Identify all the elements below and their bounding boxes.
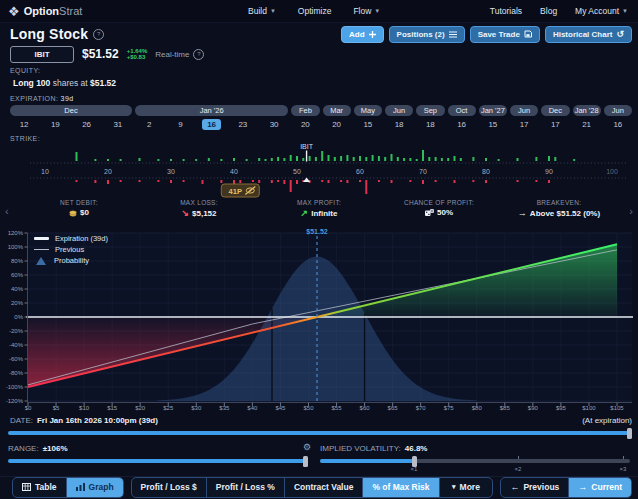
historical-chart-button[interactable]: Historical Chart↺ [545,26,632,43]
toolbar-button-more[interactable]: ▾More [439,478,493,497]
realtime-help-icon[interactable]: ? [193,49,204,60]
expiration-month[interactable]: Feb [291,105,319,116]
expiration-date[interactable]: 30 [260,118,288,130]
stat-chance-of-profit: CHANCE OF PROFIT:50% [379,199,499,225]
toolbar-button-table[interactable]: Table [13,478,66,497]
expiration-dates: 12192631291623302020151818161517172116 [10,118,632,130]
expiration-month[interactable]: Jan '27 [479,105,507,116]
help-icon[interactable]: ? [93,29,104,40]
expiration-date-selected[interactable]: 16 [198,118,226,130]
expiration-month[interactable]: May [354,105,382,116]
expiration-date[interactable]: 15 [479,118,507,130]
toolbar-button-graph[interactable]: Graph [66,478,123,497]
nav-item-blog[interactable]: Blog [540,6,557,16]
expiration-date[interactable]: 31 [104,118,132,130]
expiration-month[interactable]: Jan '26 [135,105,288,116]
expiration-date[interactable]: 26 [73,118,101,130]
stat-value: $0 [19,208,139,217]
iv-tick-x2: ×2 [510,466,526,472]
add-button[interactable]: Add [341,26,384,43]
toolbar-group-1: Profit / Loss $Profit / Loss %Contract V… [131,477,494,498]
range-slider-thumb[interactable] [303,456,308,467]
range-value: ±106% [43,444,68,453]
date-value: Fri Jan 16th 2026 10:00pm (39d) [37,416,158,425]
optionstrat-logo-icon: ❖ [8,5,20,18]
iv-slider-thumb[interactable] [412,456,417,467]
expiration-date[interactable]: 17 [510,118,538,130]
expiration-date[interactable]: 18 [416,118,444,130]
expiration-date[interactable]: 20 [323,118,351,130]
expiration-month[interactable]: Jan '28 [573,105,601,116]
expiration-date[interactable]: 23 [229,118,257,130]
svg-text:80: 80 [482,168,490,175]
save-trade-button[interactable]: Save Trade [470,26,540,43]
expiration-date[interactable]: 16 [604,118,632,130]
expiration-month[interactable]: Dec [10,105,132,116]
toolbar-button-profit-loss[interactable]: Profit / Loss % [206,478,284,497]
expiration-date[interactable]: 19 [41,118,69,130]
stats-prev-chevron-icon[interactable]: ‹ [5,205,9,217]
brand-name-bold: Option [24,5,59,17]
toolbar-group-2: ←Previous→Current [500,477,632,498]
current-price-label: $51.52 [295,228,339,235]
expiration-date[interactable]: 20 [291,118,319,130]
strike-ladder[interactable]: 102030405060708090100IBIT41P [0,141,638,201]
expiration-month[interactable]: Jun [604,105,632,116]
toolbar-button-previous[interactable]: ←Previous [501,478,568,497]
expiration-month[interactable]: Mar [323,105,351,116]
expiration-month[interactable]: Dec [541,105,569,116]
expiration-date[interactable]: 15 [354,118,382,130]
sliders-row: ×1 ×2 ×3 [0,459,638,477]
expiration-date[interactable]: 18 [385,118,413,130]
expiration-date[interactable]: 21 [573,118,601,130]
graph-icon [76,483,85,491]
toolbar-button-profit-loss[interactable]: Profit / Loss $ [132,478,206,497]
svg-text:100: 100 [606,168,618,175]
x-tick: $95 [547,405,575,411]
toolbar-button-of-max-risk[interactable]: % of Max Risk [362,478,438,497]
chevron-down-icon: ▼ [622,8,628,14]
svg-text:20: 20 [104,168,112,175]
payoff-chart: Expiration (39d)PreviousProbability $51.… [0,228,638,412]
y-tick: 60% [0,272,23,278]
nav-item-optimize[interactable]: Optimize [298,6,332,16]
expiration-date[interactable]: 16 [448,118,476,130]
nav-item-build[interactable]: Build▼ [248,6,276,16]
expiration-month[interactable]: Sep [416,105,444,116]
date-slider[interactable] [8,431,632,435]
gear-icon[interactable]: ⚙ [303,442,311,452]
expiration-date[interactable]: 9 [166,118,194,130]
expiration-date[interactable]: 12 [10,118,38,130]
expiration-date[interactable]: 2 [135,118,163,130]
svg-text:70: 70 [419,168,427,175]
expiration-month[interactable]: Jun [385,105,413,116]
range-slider[interactable] [8,459,308,463]
stat-label: NET DEBIT: [19,199,139,206]
nav-item-tutorials[interactable]: Tutorials [490,6,522,16]
date-slider-thumb[interactable] [627,428,632,439]
y-tick: 20% [0,300,23,306]
coins-icon [69,209,77,217]
positions-2-button[interactable]: Positions (2) [389,26,465,43]
nav-item-flow[interactable]: Flow▼ [353,6,380,16]
arrow-up-icon: ↗ [301,208,309,218]
chevron-down-icon: ▼ [270,8,276,14]
y-tick: -120% [0,398,23,404]
stock-price: $51.52 [82,47,119,61]
x-tick: $30 [182,405,210,411]
legend-previous: Previous [34,244,108,255]
iv-slider[interactable]: ×1 ×2 ×3 [320,459,630,463]
stats-next-chevron-icon[interactable]: › [629,205,633,217]
expiration-date[interactable]: 17 [541,118,569,130]
arrow-right-icon: → [578,482,587,492]
expiration-month[interactable]: Oct [448,105,476,116]
y-tick: -100% [0,384,23,390]
expiration-month[interactable]: Jun [510,105,538,116]
nav-item-my-account[interactable]: My Account▼ [575,6,628,16]
table-icon [22,483,31,491]
ticker-input[interactable] [10,46,74,63]
brand[interactable]: ❖ OptionStrat [8,5,82,18]
toolbar-button-current[interactable]: →Current [568,478,631,497]
y-tick: 0% [0,314,23,320]
toolbar-button-contract-value[interactable]: Contract Value [284,478,363,497]
